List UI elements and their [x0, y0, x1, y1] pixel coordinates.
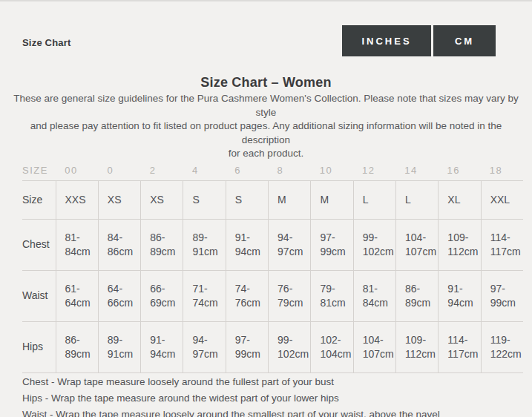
table-cell: L	[353, 180, 395, 219]
table-cell: 119-122cm	[481, 321, 523, 373]
row-label: Chest	[22, 219, 56, 270]
table-cell: XL	[438, 180, 480, 219]
table-cell: XXS	[56, 180, 98, 219]
row-label: Size	[22, 180, 56, 219]
row-label: Hips	[22, 321, 56, 373]
table-cell: 81-84cm	[56, 219, 98, 270]
table-cell: 94-97cm	[183, 321, 225, 373]
table-cell: 114-117cm	[438, 321, 480, 373]
numeric-size-scale-row: SIZE00024681012141618	[22, 161, 532, 180]
table-cell: 91-94cm	[226, 219, 268, 270]
size-scale-value: 2	[150, 165, 192, 176]
table-cell: 86-89cm	[140, 219, 183, 270]
size-table: SizeXXSXSXSSSMMLLXLXXLChest81-84cm84-86c…	[22, 180, 523, 373]
table-cell: 89-91cm	[183, 219, 225, 270]
size-scale-value: 8	[278, 165, 320, 176]
table-cell: 97-99cm	[310, 219, 352, 270]
size-chart-page: Size Chart INCHES CM Size Chart – Women …	[0, 1, 532, 417]
size-scale-value: 4	[192, 165, 234, 176]
size-scale-value: 6	[234, 165, 277, 176]
page-title: Size Chart	[22, 37, 71, 48]
size-scale-value: 12	[362, 165, 404, 176]
description-text: These are general size guidelines for th…	[10, 92, 522, 161]
size-scale-value: 10	[320, 165, 362, 176]
table-cell: 86-89cm	[395, 270, 438, 321]
topbar: Size Chart INCHES CM	[0, 1, 532, 74]
table-cell: 81-84cm	[353, 270, 395, 321]
table-cell: 61-64cm	[56, 270, 98, 321]
table-cell: S	[183, 180, 225, 219]
note-line: Chest - Wrap tape measure loosely around…	[22, 374, 532, 390]
table-cell: 99-102cm	[268, 321, 310, 373]
cm-button[interactable]: CM	[433, 25, 496, 56]
table-cell: M	[268, 180, 310, 219]
table-cell: XS	[98, 180, 140, 219]
table-cell: 104-107cm	[353, 321, 395, 373]
table-cell: XS	[140, 180, 183, 219]
table-cell: XXL	[481, 180, 523, 219]
table-cell: 97-99cm	[481, 270, 523, 321]
size-scale-value: 16	[447, 165, 490, 176]
table-cell: 71-74cm	[183, 270, 225, 321]
table-cell: 97-99cm	[226, 321, 268, 373]
table-cell: 109-112cm	[395, 321, 438, 373]
table-cell: S	[226, 180, 268, 219]
size-scale-value: 0	[108, 165, 150, 176]
measurement-notes: Chest - Wrap tape measure loosely around…	[22, 374, 532, 417]
table-cell: 74-76cm	[226, 270, 268, 321]
table-cell: 66-69cm	[140, 270, 183, 321]
table-cell: 102-104cm	[310, 321, 352, 373]
table-cell: 86-89cm	[56, 321, 98, 373]
table-cell: 114-117cm	[481, 219, 523, 270]
table-cell: 104-107cm	[395, 219, 438, 270]
table-cell: 109-112cm	[438, 219, 480, 270]
table-cell: 99-102cm	[353, 219, 395, 270]
table-cell: M	[310, 180, 352, 219]
size-scale-value: 18	[490, 165, 532, 176]
note-line: Waist - Wrap the tape measure loosely ar…	[22, 407, 532, 417]
table-cell: 91-94cm	[438, 270, 480, 321]
size-scale-value: 00	[65, 165, 107, 176]
table-cell: 89-91cm	[98, 321, 140, 373]
inches-button[interactable]: INCHES	[342, 25, 431, 56]
table-cell: 79-81cm	[310, 270, 352, 321]
table-cell: 76-79cm	[268, 270, 310, 321]
note-line: Hips - Wrap the tape measure around the …	[22, 390, 532, 407]
size-scale-label: SIZE	[22, 165, 65, 176]
table-cell: 94-97cm	[268, 219, 310, 270]
size-scale-value: 14	[404, 165, 447, 176]
row-label: Waist	[22, 270, 56, 321]
table-cell: 91-94cm	[140, 321, 183, 373]
table-cell: 84-86cm	[98, 219, 140, 270]
unit-toggle: INCHES CM	[342, 25, 496, 56]
table-cell: 64-66cm	[98, 270, 140, 321]
table-cell: L	[395, 180, 438, 219]
section-title: Size Chart – Women	[0, 74, 532, 91]
